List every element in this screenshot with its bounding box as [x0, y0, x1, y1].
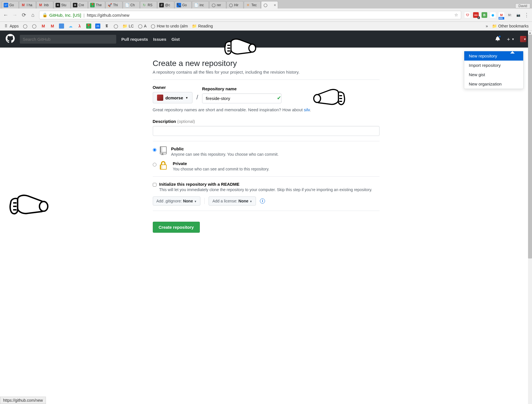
bookmark-item[interactable]: M: [50, 23, 55, 29]
other-bookmarks[interactable]: 📁Other bookmarks: [492, 23, 529, 29]
bookmark-item[interactable]: λ: [77, 23, 82, 29]
description-label: Description (optional): [153, 119, 380, 124]
public-desc: Anyone can see this repository. You choo…: [171, 152, 279, 157]
nav-pull-requests[interactable]: Pull requests: [121, 37, 148, 42]
search-input[interactable]: [20, 35, 116, 44]
close-tab-icon[interactable]: ×: [274, 3, 276, 7]
user-menu-button[interactable]: ▼: [520, 36, 526, 42]
browser-tab[interactable]: 17Go: [2, 1, 19, 8]
url-path: https://github.com/new: [87, 13, 129, 18]
lastpass-icon[interactable]: •••1: [473, 12, 479, 18]
ext-b-icon[interactable]: B: [482, 12, 487, 18]
dropdown-import-repository[interactable]: Import repository: [464, 61, 523, 70]
svg-point-11: [39, 202, 48, 211]
camera-icon[interactable]: 📷: [516, 12, 521, 18]
new-tab-button[interactable]: [278, 1, 287, 8]
home-button[interactable]: ⌂: [30, 12, 36, 18]
browser-tab[interactable]: MInb: [36, 1, 53, 8]
github-logo-icon[interactable]: [6, 34, 15, 44]
bookmark-item[interactable]: 📍: [86, 23, 91, 29]
bookmark-item[interactable]: ◯A: [138, 23, 147, 29]
create-menu-button[interactable]: ＋▼: [506, 36, 514, 42]
repo-name-label: Repository name: [202, 86, 281, 91]
apps-button[interactable]: ⠿Apps: [3, 23, 19, 29]
browser-tab[interactable]: 📄inc: [192, 1, 209, 8]
ext-m-icon[interactable]: M:: [507, 12, 513, 18]
gmail-ext-icon[interactable]: M355: [499, 12, 504, 18]
nav-issues[interactable]: Issues: [153, 37, 166, 42]
dropdown-new-repository[interactable]: New repository: [464, 51, 523, 61]
create-repository-button[interactable]: Create repository: [153, 222, 200, 233]
browser-tab[interactable]: 📞Go: [175, 1, 192, 8]
browser-tab[interactable]: ◯Hir: [226, 1, 243, 8]
star-icon[interactable]: ☆: [454, 12, 458, 18]
scrollbar-thumb[interactable]: [528, 35, 532, 238]
page-subtitle: A repository contains all the files for …: [153, 70, 380, 74]
back-button[interactable]: ←: [3, 12, 9, 18]
notifications-icon[interactable]: [495, 36, 500, 42]
divider: [153, 211, 380, 211]
private-title: Private: [173, 161, 187, 166]
annotation-pointer-icon: [311, 87, 346, 113]
url-input[interactable]: 🔒 GitHub, Inc. [US] | https://github.com…: [39, 11, 461, 19]
bookmark-item[interactable]: 𝕿: [104, 23, 109, 29]
browser-tab[interactable]: ✳Tec: [244, 1, 261, 8]
repo-private-icon: [159, 161, 168, 170]
readme-title: Initialize this repository with a README: [159, 182, 239, 187]
description-input[interactable]: [153, 126, 380, 136]
public-radio[interactable]: [153, 148, 156, 152]
divider: [153, 176, 380, 177]
chrome-menu-icon[interactable]: ⋮: [524, 12, 529, 18]
browser-tab[interactable]: ✕Stu: [54, 1, 71, 8]
browser-tab-active[interactable]: ◯×: [261, 1, 278, 8]
ext-skype-icon[interactable]: ◉: [490, 12, 496, 18]
reload-button[interactable]: ⟳: [21, 12, 27, 18]
gitignore-select[interactable]: Add .gitignore: None ▼: [153, 196, 201, 206]
owner-avatar-icon: [157, 95, 163, 101]
tab-strip: 17Go MI ha MInb ✕Stu ✕Cre 📍The 🚀Thi 📄Ch …: [0, 0, 532, 8]
browser-tab[interactable]: ✕Cre: [71, 1, 88, 8]
bookmark-bar: ⠿Apps ◯ ◯ M M ☁ λ 📍 25 𝕿 ◯ 📁LC ◯A ◯How t…: [0, 22, 532, 31]
dropdown-new-gist[interactable]: New gist: [464, 70, 523, 79]
bookmark-item[interactable]: ◯: [113, 23, 118, 29]
scroll-up-icon[interactable]: ▲: [528, 31, 532, 35]
bookmark-folder[interactable]: 📁Reading: [192, 23, 213, 29]
browser-tab[interactable]: ◯rer: [209, 1, 226, 8]
bookmark-item[interactable]: [59, 23, 64, 29]
license-info-icon[interactable]: i: [260, 198, 265, 204]
bookmark-item[interactable]: ◯: [32, 23, 37, 29]
bookmark-item[interactable]: M: [41, 23, 46, 29]
url-origin: GitHub, Inc. [US]: [49, 13, 81, 18]
divider: [153, 80, 380, 80]
scrollbar[interactable]: ▲: [528, 31, 532, 238]
repo-name-input[interactable]: [202, 93, 281, 103]
suggestion-link[interactable]: silv: [304, 107, 310, 112]
bookmark-item[interactable]: ◯: [23, 23, 28, 29]
nav-gist[interactable]: Gist: [171, 37, 180, 42]
license-select[interactable]: Add a license: None ▼: [209, 196, 256, 206]
browser-tab[interactable]: 🚀Thi: [105, 1, 122, 8]
readme-checkbox[interactable]: [153, 183, 156, 187]
owner-select[interactable]: dcmorse ▼: [153, 92, 192, 103]
private-radio[interactable]: [153, 163, 156, 166]
private-desc: You choose who can see and commit to thi…: [173, 167, 270, 171]
bookmark-folder[interactable]: 📁LC: [122, 23, 134, 29]
github-favicon-icon: ◯: [263, 3, 268, 7]
valid-check-icon: ✔: [277, 95, 281, 101]
repo-public-icon: [159, 146, 168, 155]
bookmark-item[interactable]: ☁: [68, 23, 73, 29]
svg-point-7: [314, 95, 321, 102]
browser-tab[interactable]: 📍The: [88, 1, 105, 8]
forward-button: →: [12, 12, 18, 18]
bookmark-item[interactable]: 25: [95, 23, 100, 29]
dropdown-new-organization[interactable]: New organization: [464, 79, 523, 89]
divider: [204, 198, 205, 204]
browser-tab[interactable]: MI ha: [19, 1, 36, 8]
browser-tab[interactable]: 📄Ch: [123, 1, 140, 8]
bookmark-item[interactable]: ◯How to undo (alm: [151, 23, 188, 29]
browser-tab[interactable]: ↻RS: [140, 1, 157, 8]
browser-tab[interactable]: #@c: [157, 1, 174, 8]
bookmark-overflow[interactable]: »: [486, 24, 488, 28]
chrome-profile-badge[interactable]: David: [515, 3, 530, 8]
ublock-icon[interactable]: 🛡: [465, 12, 470, 18]
